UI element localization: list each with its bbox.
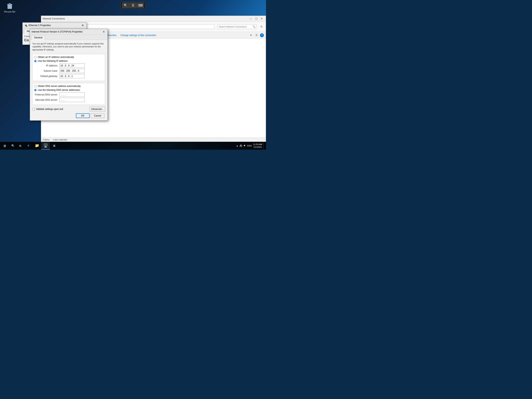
- ip-address-label: IP address:: [34, 64, 59, 67]
- subnet-mask-row: Subnet mask:: [34, 69, 103, 73]
- nc-window-title: Network Connections: [43, 17, 248, 20]
- preferred-dns-label: Preferred DNS server:: [34, 93, 59, 96]
- nc-selected-count: 1 item selected: [53, 139, 67, 141]
- ip-address-row: IP address:: [34, 64, 103, 68]
- subnet-mask-label: Subnet mask:: [34, 70, 59, 72]
- desktop: 🔍 ☰ ⌨ Recycle Bin Network Connections — …: [0, 0, 266, 150]
- ip-auto-radio[interactable]: [34, 56, 37, 58]
- nc-statusbar: 2 items 1 item selected: [41, 137, 266, 142]
- ipv4-properties-dialog: Internet Protocol Version 4 (TCP/IPv4) P…: [30, 29, 108, 121]
- taskbar-explorer2-button[interactable]: 🖥️: [41, 142, 50, 150]
- default-gateway-label: Default gateway:: [34, 75, 59, 77]
- preferred-dns-row: Preferred DNS server:: [34, 93, 103, 97]
- nc-help-button[interactable]: ?: [260, 33, 264, 38]
- default-gateway-row: Default gateway:: [34, 74, 103, 78]
- dns-manual-radio[interactable]: [34, 89, 37, 91]
- taskbar-network-icon: [240, 144, 242, 147]
- taskbar-cmd-button[interactable]: ▣: [50, 142, 58, 150]
- taskbar-hide-arrow[interactable]: ▲: [236, 145, 238, 147]
- task-view-button[interactable]: ⧉: [16, 142, 24, 150]
- ip-address-input[interactable]: [59, 64, 85, 68]
- ip-manual-label: Use the following IP address:: [38, 60, 68, 62]
- validate-label: Validate settings upon exit: [36, 108, 63, 110]
- taskbar-system-tray: ▲ ✕ ENG 11:59 AM 1/1/2024: [236, 142, 266, 149]
- nc-search-input[interactable]: [218, 26, 252, 28]
- alternate-dns-row: Alternate DNS server:: [34, 98, 103, 102]
- recycle-bin-img: [6, 2, 14, 10]
- nc-search-icon[interactable]: 🔍: [252, 24, 256, 29]
- nc-minimize-button[interactable]: —: [248, 17, 253, 21]
- advanced-button[interactable]: Advanced...: [89, 107, 105, 111]
- taskbar-apps: e 📁 🖥️ ▣: [24, 142, 58, 150]
- default-gateway-input[interactable]: [59, 74, 85, 78]
- nc-view-controls: ▼ ☰ ?: [249, 33, 264, 38]
- taskbar-lang: ENG: [247, 145, 252, 147]
- nc-item-count: 2 items: [43, 139, 50, 141]
- eth2-titlebar: 🔌 Ethernet 2 Properties ✕: [23, 23, 86, 28]
- svg-text:✕: ✕: [245, 145, 246, 146]
- nc-close-button[interactable]: ✕: [259, 17, 264, 21]
- dns-manual-radio-row: Use the following DNS server addresses:: [34, 89, 103, 91]
- taskbar-search-button[interactable]: 🔍: [9, 142, 16, 150]
- subnet-mask-input[interactable]: [59, 69, 85, 73]
- eth2-title-text: Ethernet 2 Properties: [29, 24, 81, 27]
- nc-tile-view-button[interactable]: ☰: [254, 33, 259, 38]
- nc-maximize-button[interactable]: ☐: [254, 17, 259, 21]
- nc-view-dropdown-button[interactable]: ▼: [249, 33, 253, 38]
- ipv4-footer: OK Cancel: [32, 113, 105, 118]
- virtual-keyboard-toolbar: 🔍 ☰ ⌨: [120, 1, 146, 9]
- taskbar-show-desktop[interactable]: [263, 142, 265, 149]
- svg-point-6: [8, 4, 9, 5]
- nc-titlebar: Network Connections — ☐ ✕: [41, 16, 266, 22]
- recycle-bin-icon[interactable]: Recycle Bin: [2, 2, 18, 13]
- ip-auto-label: Obtain an IP address automatically: [38, 56, 74, 58]
- recycle-bin-label: Recycle Bin: [4, 11, 15, 13]
- dns-manual-label: Use the following DNS server addresses:: [38, 89, 80, 91]
- dns-address-section: Obtain DNS server address automatically …: [32, 83, 105, 105]
- nc-change-settings-action[interactable]: Change settings of this connection: [120, 34, 157, 37]
- dns-auto-radio[interactable]: [34, 85, 37, 87]
- nc-search-box[interactable]: 🔍: [217, 24, 256, 29]
- taskbar-ie-button[interactable]: e: [24, 142, 33, 150]
- start-button[interactable]: ⊞: [0, 142, 9, 150]
- svg-marker-18: [244, 145, 245, 147]
- validate-row: Validate settings upon exit Advanced...: [32, 107, 105, 111]
- dns-auto-label: Obtain DNS server address automatically: [38, 85, 81, 87]
- ipv4-ok-button[interactable]: OK: [76, 113, 89, 118]
- svg-rect-1: [7, 4, 12, 5]
- alternate-dns-input[interactable]: [59, 98, 85, 102]
- ipv4-tabs: General: [30, 34, 108, 40]
- help-icon: ?: [260, 33, 264, 37]
- nc-refresh-button[interactable]: ↻: [259, 25, 264, 29]
- ipv4-titlebar: Internet Protocol Version 4 (TCP/IPv4) P…: [30, 29, 108, 34]
- ipv4-description: You can get IP settings assigned automat…: [32, 42, 105, 51]
- preferred-dns-input[interactable]: [59, 93, 85, 97]
- ip-auto-radio-row: Obtain an IP address automatically: [34, 56, 103, 58]
- alternate-dns-label: Alternate DNS server:: [34, 99, 59, 101]
- validate-checkbox[interactable]: [32, 108, 35, 110]
- ipv4-title-text: Internet Protocol Version 4 (TCP/IPv4) P…: [32, 30, 102, 33]
- ipv4-cancel-button[interactable]: Cancel: [91, 113, 104, 118]
- hamburger-vkb-button[interactable]: ☰: [129, 3, 137, 8]
- taskbar-time: 11:59 AM: [253, 143, 262, 146]
- ipv4-close-button[interactable]: ✕: [102, 30, 106, 34]
- keyboard-vkb-button[interactable]: ⌨: [137, 3, 144, 8]
- dns-auto-radio-row: Obtain DNS server address automatically: [34, 85, 103, 87]
- eth2-close-button[interactable]: ✕: [81, 23, 85, 27]
- taskbar-explorer-button[interactable]: 📁: [33, 142, 41, 150]
- taskbar: ⊞ 🔍 ⧉ e 📁 🖥️ ▣ ▲ ✕ E: [0, 142, 266, 150]
- ipv4-tab-general[interactable]: General: [32, 35, 45, 40]
- ip-manual-radio-row: Use the following IP address:: [34, 60, 103, 62]
- eth2-title-icon: 🔌: [24, 24, 27, 27]
- search-vkb-button[interactable]: 🔍: [122, 3, 129, 8]
- ipv4-footer-buttons: OK Cancel: [76, 113, 104, 118]
- ipv4-body: You can get IP settings assigned automat…: [30, 40, 108, 120]
- taskbar-volume-icon[interactable]: ✕: [243, 144, 246, 147]
- ip-address-section: Obtain an IP address automatically Use t…: [32, 54, 105, 81]
- taskbar-clock[interactable]: 11:59 AM 1/1/2024: [253, 143, 262, 149]
- ip-manual-radio[interactable]: [34, 60, 37, 62]
- taskbar-date: 1/1/2024: [253, 146, 262, 148]
